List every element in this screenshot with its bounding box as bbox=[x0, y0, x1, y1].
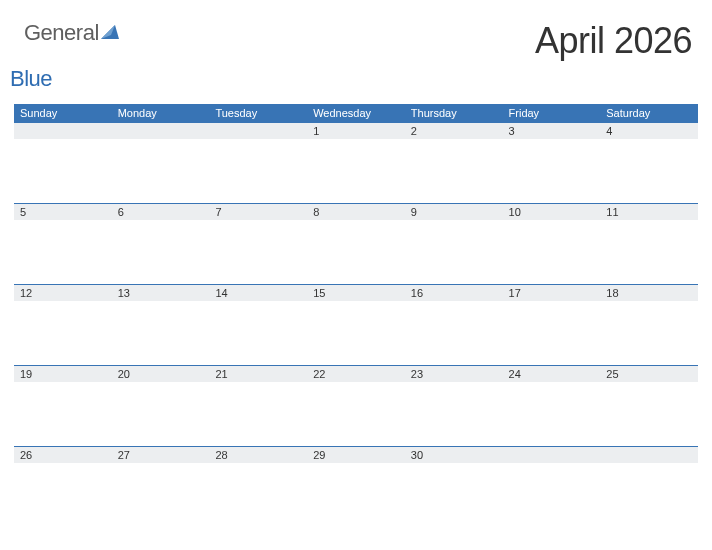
day-cell: 10 bbox=[503, 203, 601, 284]
day-cell: 12 bbox=[14, 284, 112, 365]
day-number: 6 bbox=[112, 204, 210, 220]
day-cell bbox=[14, 122, 112, 203]
day-cell: 26 bbox=[14, 446, 112, 527]
day-number: 19 bbox=[14, 366, 112, 382]
weekday-header: Wednesday bbox=[307, 104, 405, 122]
day-number: 25 bbox=[600, 366, 698, 382]
logo-text-blue: Blue bbox=[10, 66, 52, 92]
day-number: 23 bbox=[405, 366, 503, 382]
week-row: 1 2 3 4 bbox=[14, 122, 698, 203]
day-number: 28 bbox=[209, 447, 307, 463]
day-number: 24 bbox=[503, 366, 601, 382]
day-number bbox=[600, 447, 698, 463]
weekday-header: Tuesday bbox=[209, 104, 307, 122]
day-cell: 7 bbox=[209, 203, 307, 284]
day-number bbox=[14, 123, 112, 139]
week-row: 5 6 7 8 9 10 11 bbox=[14, 203, 698, 284]
day-number: 15 bbox=[307, 285, 405, 301]
day-cell: 21 bbox=[209, 365, 307, 446]
logo-text-general: General bbox=[24, 20, 99, 46]
header: General Blue April 2026 bbox=[14, 20, 698, 104]
day-cell: 4 bbox=[600, 122, 698, 203]
day-cell: 6 bbox=[112, 203, 210, 284]
day-cell: 27 bbox=[112, 446, 210, 527]
day-number: 20 bbox=[112, 366, 210, 382]
day-number: 21 bbox=[209, 366, 307, 382]
day-cell: 19 bbox=[14, 365, 112, 446]
day-cell: 9 bbox=[405, 203, 503, 284]
day-cell: 8 bbox=[307, 203, 405, 284]
day-cell: 5 bbox=[14, 203, 112, 284]
day-number: 8 bbox=[307, 204, 405, 220]
day-number: 11 bbox=[600, 204, 698, 220]
day-cell: 15 bbox=[307, 284, 405, 365]
day-number bbox=[209, 123, 307, 139]
day-number: 3 bbox=[503, 123, 601, 139]
day-cell: 29 bbox=[307, 446, 405, 527]
weekday-header: Saturday bbox=[600, 104, 698, 122]
calendar: Sunday Monday Tuesday Wednesday Thursday… bbox=[14, 104, 698, 527]
week-row: 19 20 21 22 23 24 25 bbox=[14, 365, 698, 446]
day-number: 17 bbox=[503, 285, 601, 301]
day-cell: 24 bbox=[503, 365, 601, 446]
day-cell: 25 bbox=[600, 365, 698, 446]
day-number: 27 bbox=[112, 447, 210, 463]
logo: General Blue bbox=[24, 20, 119, 92]
day-number: 7 bbox=[209, 204, 307, 220]
day-number bbox=[112, 123, 210, 139]
weekday-header: Friday bbox=[503, 104, 601, 122]
day-cell: 17 bbox=[503, 284, 601, 365]
week-row: 12 13 14 15 16 17 18 bbox=[14, 284, 698, 365]
day-number: 18 bbox=[600, 285, 698, 301]
weekday-header: Monday bbox=[112, 104, 210, 122]
day-number: 9 bbox=[405, 204, 503, 220]
day-number: 14 bbox=[209, 285, 307, 301]
day-cell: 16 bbox=[405, 284, 503, 365]
day-cell: 14 bbox=[209, 284, 307, 365]
page-title: April 2026 bbox=[535, 20, 692, 62]
day-number: 5 bbox=[14, 204, 112, 220]
day-number: 26 bbox=[14, 447, 112, 463]
weekday-header-row: Sunday Monday Tuesday Wednesday Thursday… bbox=[14, 104, 698, 122]
logo-triangle-icon bbox=[101, 25, 119, 43]
day-cell bbox=[112, 122, 210, 203]
day-number: 1 bbox=[307, 123, 405, 139]
day-number: 2 bbox=[405, 123, 503, 139]
day-number: 12 bbox=[14, 285, 112, 301]
day-cell bbox=[600, 446, 698, 527]
day-cell: 1 bbox=[307, 122, 405, 203]
day-cell: 18 bbox=[600, 284, 698, 365]
day-cell: 3 bbox=[503, 122, 601, 203]
day-number bbox=[503, 447, 601, 463]
day-cell: 28 bbox=[209, 446, 307, 527]
day-cell: 2 bbox=[405, 122, 503, 203]
day-number: 29 bbox=[307, 447, 405, 463]
day-cell: 22 bbox=[307, 365, 405, 446]
day-number: 16 bbox=[405, 285, 503, 301]
day-cell: 30 bbox=[405, 446, 503, 527]
day-cell bbox=[209, 122, 307, 203]
day-cell: 11 bbox=[600, 203, 698, 284]
week-row: 26 27 28 29 30 bbox=[14, 446, 698, 527]
day-number: 10 bbox=[503, 204, 601, 220]
day-cell: 13 bbox=[112, 284, 210, 365]
day-cell: 20 bbox=[112, 365, 210, 446]
weekday-header: Thursday bbox=[405, 104, 503, 122]
weekday-header: Sunday bbox=[14, 104, 112, 122]
day-number: 30 bbox=[405, 447, 503, 463]
day-cell: 23 bbox=[405, 365, 503, 446]
day-number: 22 bbox=[307, 366, 405, 382]
day-cell bbox=[503, 446, 601, 527]
day-number: 13 bbox=[112, 285, 210, 301]
day-number: 4 bbox=[600, 123, 698, 139]
